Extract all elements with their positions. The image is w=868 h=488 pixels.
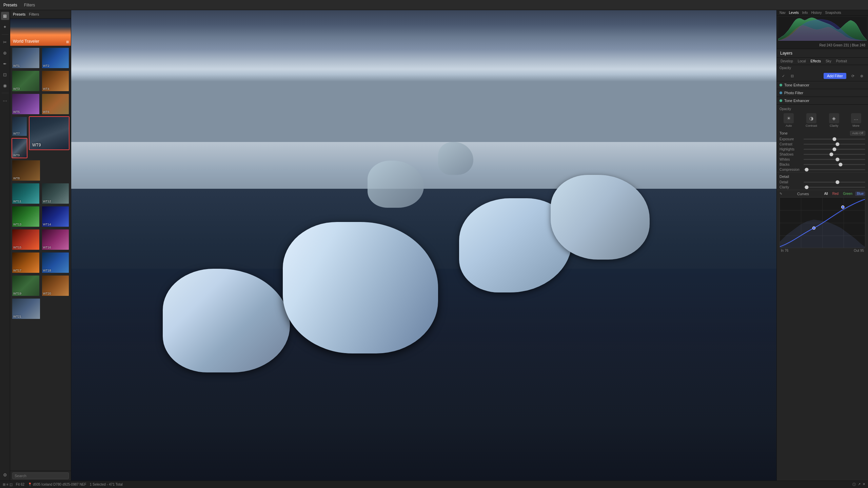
more-icon[interactable]: ⋯ — [1, 97, 9, 105]
preset-wt16[interactable]: WT16 — [41, 229, 70, 250]
status-right-icons: ⓘ ↗ ✕ — [852, 482, 865, 487]
filter-check-icon[interactable]: ✓ — [780, 72, 787, 80]
highlights-slider-row: Highlights — [777, 147, 868, 152]
adjust-icon[interactable]: ⊕ — [1, 49, 9, 57]
preset-wt20[interactable]: WT20 — [41, 275, 70, 297]
compression-slider[interactable] — [804, 169, 865, 170]
nav-tab[interactable]: Nav — [780, 11, 786, 15]
layer-opacity-label: Opacity — [780, 107, 795, 111]
local-tab[interactable]: Local — [796, 59, 808, 64]
preset-wt6[interactable]: WT6 — [41, 93, 70, 115]
sky-tab[interactable]: Sky — [824, 59, 833, 64]
ice-block-4 — [551, 175, 649, 260]
preset-wt12[interactable]: WT12 — [41, 183, 70, 204]
preset-wt19[interactable]: WT19 — [12, 275, 40, 297]
curves-edit-icon[interactable]: ✎ — [780, 192, 782, 196]
info-icon[interactable]: ⓘ — [852, 482, 856, 487]
browse-icon[interactable]: ⊞ — [1, 12, 9, 20]
detail-section-title: Detail — [780, 175, 789, 179]
curves-red-tab[interactable]: Red — [831, 191, 840, 196]
layer-tone-enhancer-2[interactable]: Tone Enhancer — [777, 97, 868, 105]
filters-tab[interactable]: Filters — [24, 3, 35, 7]
layer-photo-filter[interactable]: Photo Filter — [777, 89, 868, 97]
filter-action-1[interactable]: ⟳ — [849, 72, 856, 80]
blacks-slider[interactable] — [804, 164, 865, 165]
preset-wt8[interactable]: WT8 — [12, 160, 41, 181]
preset-wt3[interactable]: WT3 — [12, 70, 40, 92]
portrait-tab[interactable]: Portrait — [834, 59, 849, 64]
world-traveler-banner[interactable]: World Traveler ⊞ — [10, 19, 71, 46]
effects-tab[interactable]: Effects — [809, 59, 823, 64]
layer-tone-enhancer-1[interactable]: Tone Enhancer — [777, 81, 868, 89]
settings-icon[interactable]: ⚙ — [1, 471, 9, 479]
filters-tab-label[interactable]: Filters — [29, 12, 39, 16]
develop-tab[interactable]: Develop — [779, 59, 795, 64]
preset-wt1[interactable]: WT1 — [12, 47, 40, 69]
style-clarity-label: Clarity — [830, 124, 839, 127]
preset-wt15[interactable]: WT15 — [12, 229, 40, 250]
histogram-area: Nav Levels Info History Snapshots — [777, 10, 868, 49]
search-input[interactable] — [12, 472, 69, 479]
exposure-slider[interactable] — [804, 139, 865, 140]
close-icon[interactable]: ✕ — [863, 482, 865, 487]
tools-icon[interactable]: ✂ — [1, 38, 9, 46]
preset-wt13[interactable]: WT13 — [12, 206, 40, 227]
preset-wt18[interactable]: WT18 — [41, 252, 70, 273]
auto-off-button[interactable]: Auto Off — [850, 131, 865, 136]
highlights-slider[interactable] — [804, 149, 865, 150]
preset-wt17[interactable]: WT17 — [12, 252, 40, 273]
contrast-slider[interactable] — [804, 144, 865, 145]
develop-icon[interactable]: ✦ — [1, 23, 9, 31]
detail-slider[interactable] — [804, 182, 865, 183]
ice-block-2 — [283, 222, 438, 354]
preset-wt5[interactable]: WT5 — [12, 93, 40, 115]
style-more[interactable]: … More — [851, 113, 861, 127]
curves-blue-tab[interactable]: Blue — [855, 191, 865, 196]
preset-wt7[interactable]: WT7 — [12, 116, 27, 137]
levels-tab[interactable]: Levels — [789, 11, 799, 15]
curves-header: ✎ Curves All Red Green Blue — [780, 191, 865, 196]
fit-label[interactable]: Fit — [16, 483, 20, 486]
curves-in-label: In 76 — [781, 249, 788, 252]
preset-wt9-small[interactable]: WT9 — [12, 138, 27, 158]
style-contrast[interactable]: ◑ Contrast — [806, 113, 817, 127]
presets-tab[interactable]: Presets — [3, 3, 17, 7]
filter-action-2[interactable]: ⊕ — [858, 72, 865, 80]
clarity-slider[interactable] — [804, 187, 865, 188]
whites-slider[interactable] — [804, 159, 865, 160]
eyedropper-icon[interactable]: ✒ — [1, 60, 9, 68]
presets-tab-label[interactable]: Presets — [13, 12, 25, 16]
layer-dot-1 — [780, 84, 782, 86]
grid-view-icon[interactable]: ⊞ — [66, 40, 69, 44]
blacks-label: Blacks — [780, 163, 802, 166]
preset-wt21[interactable]: WT21 — [12, 298, 41, 320]
preset-wt4[interactable]: WT4 — [41, 70, 70, 92]
compare-icon[interactable]: ◫ — [9, 483, 13, 486]
preset-wt2[interactable]: WT2 — [41, 47, 70, 69]
detail-section-header: Detail — [777, 172, 868, 180]
heal-icon[interactable]: ◉ — [1, 81, 9, 89]
crop-icon[interactable]: ⊡ — [1, 70, 9, 79]
snapshots-tab[interactable]: Snapshots — [825, 11, 841, 15]
preset-wt11[interactable]: WT11 — [12, 183, 40, 204]
share-icon[interactable]: ↗ — [858, 482, 861, 487]
right-content: Layers Develop Local Effects Sky Portrai… — [777, 49, 868, 481]
style-clarity[interactable]: ◈ Clarity — [829, 113, 839, 127]
layer-name-2: Photo Filter — [784, 91, 865, 95]
curves-green-tab[interactable]: Green — [841, 191, 854, 196]
selection-info: 1 Selected - 471 Total — [90, 483, 123, 486]
grid-icon[interactable]: ⊞ — [3, 483, 5, 486]
shadows-slider[interactable] — [804, 154, 865, 155]
preset-wt9-large[interactable]: WT9 — [29, 116, 70, 150]
style-auto[interactable]: ☀ Auto — [784, 113, 794, 127]
curves-display[interactable] — [780, 197, 865, 248]
info-tab[interactable]: Info — [802, 11, 808, 15]
list-icon[interactable]: ≡ — [6, 483, 8, 486]
preset-wt14[interactable]: WT14 — [41, 206, 70, 227]
filter-stack-icon[interactable]: ⊟ — [788, 72, 796, 80]
history-tab[interactable]: History — [811, 11, 822, 15]
highlights-label: Highlights — [780, 147, 802, 151]
add-filter-button[interactable]: Add Filter — [824, 73, 846, 79]
layer-dot-2 — [780, 92, 782, 94]
curves-all-tab[interactable]: All — [823, 191, 830, 196]
